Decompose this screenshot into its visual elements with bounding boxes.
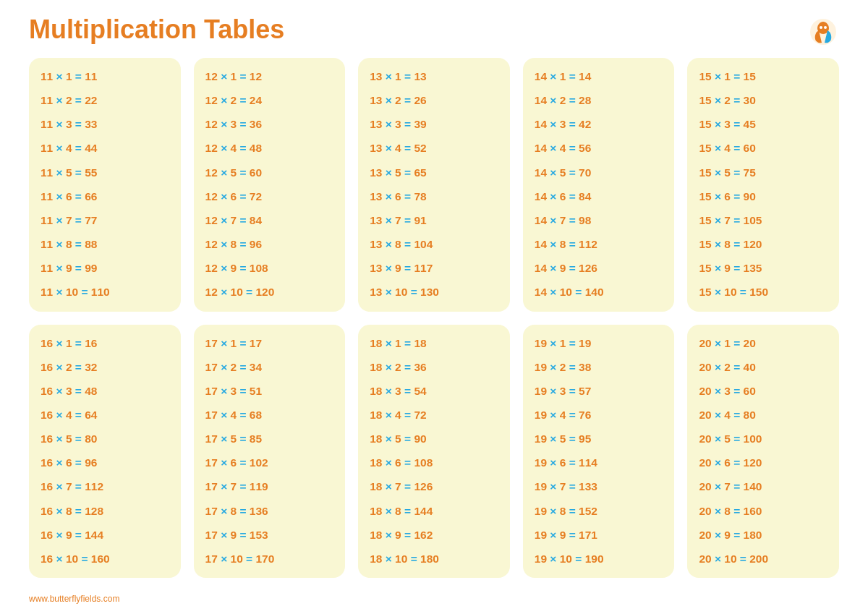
operator-x: × — [53, 529, 66, 541]
multiplier: 4 — [66, 142, 72, 154]
base-number: 12 — [205, 142, 218, 154]
table-row: 16 × 5 = 80 — [41, 430, 169, 448]
operator-eq: = — [72, 361, 85, 373]
result-number: 13 — [414, 70, 426, 82]
operator-x: × — [547, 385, 560, 397]
table-row: 15 × 2 = 30 — [699, 92, 827, 109]
operator-eq: = — [72, 142, 85, 154]
multiplier: 10 — [724, 553, 736, 565]
result-number: 126 — [414, 480, 433, 493]
result-number: 14 — [579, 70, 591, 82]
base-number: 18 — [370, 361, 382, 373]
operator-x: × — [712, 409, 725, 421]
operator-eq: = — [237, 142, 250, 154]
multiplier: 1 — [231, 70, 237, 82]
table-row: 13 × 4 = 52 — [370, 140, 498, 157]
table-row: 12 × 5 = 60 — [205, 164, 334, 182]
page: Multiplication Tables 11 × 1 = 1111 × 2 … — [0, 0, 868, 614]
operator-x: × — [218, 142, 231, 154]
operator-x: × — [382, 529, 395, 541]
operator-x: × — [712, 286, 725, 298]
table-row: 12 × 7 = 84 — [205, 212, 334, 229]
result-number: 15 — [744, 70, 756, 82]
operator-x: × — [547, 529, 560, 541]
multiplier: 3 — [231, 385, 237, 397]
base-number: 18 — [370, 529, 382, 541]
operator-x: × — [53, 409, 66, 421]
multiplier: 10 — [395, 286, 407, 298]
result-number: 130 — [420, 286, 439, 298]
table-row: 19 × 1 = 19 — [535, 335, 663, 352]
operator-eq: = — [737, 286, 750, 298]
base-number: 11 — [41, 142, 53, 154]
result-number: 126 — [579, 262, 597, 274]
operator-x: × — [218, 190, 231, 202]
multiplier: 6 — [66, 456, 72, 469]
base-number: 19 — [535, 361, 547, 373]
result-number: 20 — [744, 337, 756, 349]
operator-eq: = — [566, 238, 579, 250]
base-number: 15 — [699, 70, 711, 82]
table-row: 20 × 6 = 120 — [699, 454, 827, 472]
operator-x: × — [382, 361, 395, 373]
result-number: 44 — [85, 142, 97, 154]
operator-eq: = — [72, 214, 85, 226]
operator-eq: = — [72, 262, 85, 274]
table-row: 18 × 3 = 54 — [370, 383, 498, 400]
table-row: 20 × 1 = 20 — [699, 335, 827, 352]
result-number: 77 — [85, 214, 97, 226]
operator-eq: = — [72, 385, 85, 397]
multiplier: 5 — [66, 166, 72, 179]
operator-x: × — [218, 118, 231, 130]
operator-eq: = — [566, 529, 579, 541]
table-row: 17 × 3 = 51 — [205, 383, 334, 400]
base-number: 19 — [535, 505, 547, 517]
operator-eq: = — [566, 190, 579, 202]
operator-eq: = — [407, 553, 420, 565]
base-number: 19 — [535, 480, 547, 493]
multiplier: 10 — [231, 553, 243, 565]
operator-eq: = — [72, 166, 85, 179]
table-row: 13 × 5 = 65 — [370, 164, 498, 182]
base-number: 19 — [535, 385, 547, 397]
result-number: 190 — [585, 553, 604, 565]
multiplier: 1 — [231, 337, 237, 349]
operator-eq: = — [566, 262, 579, 274]
operator-eq: = — [237, 409, 250, 421]
base-number: 13 — [370, 166, 382, 179]
table-row: 13 × 8 = 104 — [370, 236, 498, 253]
operator-eq: = — [401, 238, 414, 250]
multiplier: 6 — [66, 190, 72, 202]
result-number: 78 — [414, 190, 426, 202]
result-number: 34 — [250, 361, 262, 373]
base-number: 15 — [699, 118, 711, 130]
base-number: 20 — [699, 385, 711, 397]
result-number: 60 — [744, 385, 756, 397]
multiplier: 6 — [724, 190, 731, 202]
operator-eq: = — [72, 337, 85, 349]
table-card-16: 16 × 1 = 1616 × 2 = 3216 × 3 = 4816 × 4 … — [29, 325, 181, 579]
operator-eq: = — [731, 432, 744, 445]
result-number: 52 — [414, 142, 426, 154]
result-number: 144 — [414, 505, 433, 517]
table-row: 14 × 4 = 56 — [535, 140, 663, 157]
operator-x: × — [547, 480, 560, 493]
base-number: 20 — [699, 553, 711, 565]
operator-eq: = — [72, 409, 85, 421]
operator-x: × — [382, 166, 395, 179]
multiplier: 5 — [724, 166, 731, 179]
table-row: 16 × 8 = 128 — [41, 503, 169, 520]
operator-eq: = — [237, 432, 250, 445]
result-number: 128 — [85, 505, 103, 517]
result-number: 48 — [85, 385, 97, 397]
base-number: 15 — [699, 142, 711, 154]
table-row: 20 × 3 = 60 — [699, 383, 827, 400]
multiplier: 1 — [66, 70, 72, 82]
multiplier: 8 — [231, 505, 237, 517]
base-number: 13 — [370, 262, 382, 274]
operator-eq: = — [401, 94, 414, 106]
result-number: 120 — [744, 238, 762, 250]
base-number: 13 — [370, 190, 382, 202]
table-row: 13 × 6 = 78 — [370, 188, 498, 205]
table-row: 19 × 2 = 38 — [535, 359, 663, 376]
